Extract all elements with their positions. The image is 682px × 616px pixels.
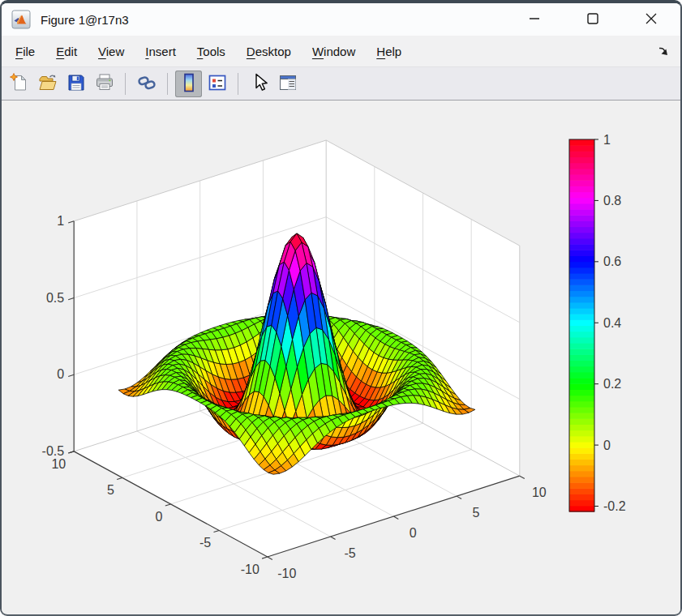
save-icon — [66, 72, 87, 96]
svg-text:0.6: 0.6 — [603, 255, 621, 268]
svg-text:5: 5 — [473, 506, 480, 520]
window-title: Figure 1@r17n3 — [41, 13, 129, 27]
colorbar[interactable]: 10.80.60.40.20-0.2 — [569, 133, 626, 514]
menu-item-insert[interactable]: Insert — [135, 36, 187, 66]
print-figure-button[interactable] — [91, 71, 118, 97]
colorbar-icon — [178, 72, 199, 96]
svg-text:0.4: 0.4 — [603, 316, 621, 330]
window-controls — [505, 3, 680, 36]
open-folder-icon — [37, 72, 58, 96]
menu-item-help[interactable]: Help — [366, 36, 412, 66]
menu-item-file[interactable]: File — [5, 36, 45, 66]
legend-icon — [207, 72, 228, 96]
svg-text:-5: -5 — [344, 546, 355, 560]
menu-bar: FileEditViewInsertToolsDesktopWindowHelp — [2, 36, 680, 67]
link-icon — [136, 72, 157, 96]
svg-text:0: 0 — [410, 526, 417, 540]
toolbar-separator — [167, 73, 168, 95]
toolbar-separator — [238, 73, 238, 95]
insert-legend-button[interactable] — [204, 71, 230, 97]
open-property-inspector-button[interactable] — [274, 71, 301, 97]
property-inspector-icon — [277, 72, 298, 96]
matlab-logo-icon — [11, 10, 31, 29]
minimize-button[interactable] — [505, 3, 564, 36]
svg-text:10: 10 — [51, 457, 66, 471]
open-file-button[interactable] — [34, 71, 61, 97]
save-figure-button[interactable] — [62, 71, 89, 97]
svg-text:0.8: 0.8 — [603, 194, 621, 207]
cursor-arrow-icon — [249, 72, 270, 96]
dock-arrow-icon[interactable] — [658, 45, 669, 57]
edit-plot-button[interactable] — [246, 71, 272, 97]
svg-text:0: 0 — [603, 438, 611, 452]
menu-item-edit[interactable]: Edit — [45, 36, 88, 66]
menu-item-desktop[interactable]: Desktop — [236, 36, 302, 66]
menu-item-window[interactable]: Window — [302, 36, 366, 66]
svg-text:-0.5: -0.5 — [42, 444, 65, 458]
toolbar-separator — [125, 73, 126, 95]
close-button[interactable] — [622, 3, 680, 36]
svg-text:0.5: 0.5 — [46, 291, 64, 305]
maximize-icon — [574, 2, 611, 37]
svg-text:-10: -10 — [277, 567, 296, 580]
minimize-icon — [516, 2, 553, 37]
svg-text:0: 0 — [156, 510, 163, 524]
close-icon — [633, 2, 670, 37]
svg-text:5: 5 — [107, 483, 114, 497]
svg-text:-5: -5 — [199, 536, 211, 550]
print-icon — [94, 72, 115, 96]
svg-text:10: 10 — [532, 486, 547, 499]
svg-text:0: 0 — [57, 367, 64, 381]
svg-text:0.2: 0.2 — [603, 377, 621, 391]
svg-text:-0.2: -0.2 — [603, 499, 626, 513]
link-plot-button[interactable] — [133, 71, 160, 97]
figure-toolbar — [2, 67, 680, 101]
insert-colorbar-button[interactable] — [175, 71, 202, 97]
svg-text:1: 1 — [603, 133, 611, 147]
svg-text:-10: -10 — [241, 563, 260, 576]
figure-window: Figure 1@r17n3 FileEditViewInsertToolsDe… — [0, 0, 682, 616]
figure-canvas[interactable]: -10-50510-10-50510-0.500.5110.80.60.40.2… — [2, 101, 680, 614]
svg-text:1: 1 — [57, 214, 64, 228]
title-bar: Figure 1@r17n3 — [2, 3, 680, 36]
menu-item-view[interactable]: View — [88, 36, 135, 66]
new-document-icon — [9, 72, 30, 96]
plot-canvas[interactable]: -10-50510-10-50510-0.500.5110.80.60.40.2… — [2, 101, 680, 614]
maximize-button[interactable] — [564, 3, 622, 36]
menu-item-tools[interactable]: Tools — [187, 36, 236, 66]
new-figure-button[interactable] — [6, 71, 32, 97]
